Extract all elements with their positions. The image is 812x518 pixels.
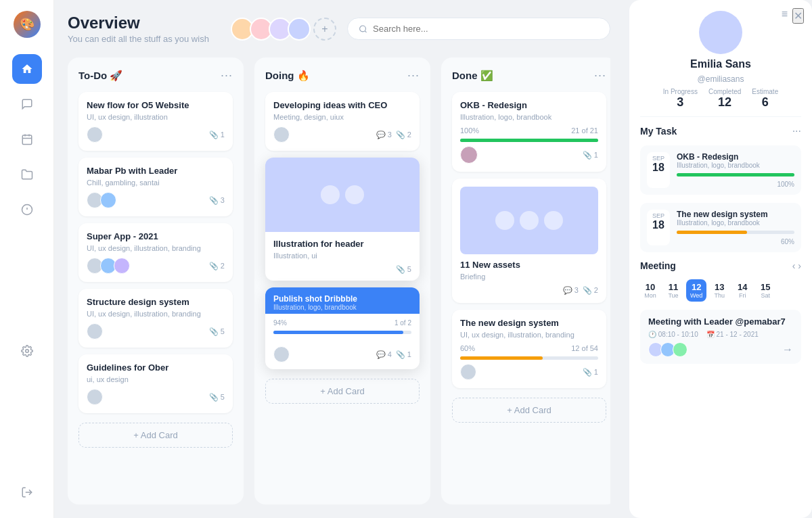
task-tags: Illustration, logo, brandbook xyxy=(677,162,794,169)
meeting-prev-button[interactable]: ‹ xyxy=(792,260,796,271)
svg-point-9 xyxy=(360,26,366,32)
profile-stats: In Progress 3 Completed 12 Estimate 6 xyxy=(640,88,801,117)
progress-bar-wrap xyxy=(273,331,411,334)
sidebar-item-home[interactable] xyxy=(12,54,42,84)
card-tags: UI, ux design, illustration, branding xyxy=(87,244,225,252)
calendar-day-11[interactable]: 11 Tue xyxy=(663,279,683,302)
card-footer: 📎 5 xyxy=(273,265,411,274)
my-task-menu[interactable]: ··· xyxy=(792,125,801,137)
card-footer: 📎 5 xyxy=(87,389,225,405)
progress-bar-fill xyxy=(460,139,598,142)
task-month: SEP xyxy=(651,212,666,219)
progress-bar-fill xyxy=(677,231,747,234)
calendar-day-15[interactable]: 15 Sat xyxy=(755,279,775,302)
card-super-app[interactable]: Super App - 2021 UI, ux design, illustra… xyxy=(78,223,233,282)
avatar xyxy=(273,126,290,143)
avatar xyxy=(460,146,478,164)
card-body: Illustration for header Illustration, ui… xyxy=(265,232,420,281)
panel-close-button[interactable]: ✕ xyxy=(792,8,804,24)
card-guidelines[interactable]: Guidelines for Ober ui, ux design 📎 5 xyxy=(78,354,233,413)
avatar xyxy=(673,342,687,357)
card-title: OKB - Redesign xyxy=(460,100,598,110)
comment-icon: 💬 4 xyxy=(376,350,392,359)
card-publish-dribbble[interactable]: Publish shot Dribbble Illustration, logo… xyxy=(265,287,420,369)
meeting-card[interactable]: Meeting with Leader @pemabar7 🕐 08:10 - … xyxy=(640,310,801,364)
avatar-group: + xyxy=(231,18,336,41)
card-mabar[interactable]: Mabar Pb with Leader Chill, gambling, sa… xyxy=(78,158,233,216)
panel-menu-button[interactable]: ≡ xyxy=(782,8,788,20)
card-title: Guidelines for Ober xyxy=(87,362,225,373)
card-structure[interactable]: Structure design system UI, ux design, i… xyxy=(78,289,233,348)
card-footer: 📎 1 xyxy=(460,364,598,380)
progress-label: 100% xyxy=(777,181,794,188)
add-card-button-doing[interactable]: + Add Card xyxy=(265,379,420,404)
right-panel: ✕ ≡ Emilia Sans @emiliasans In Progress … xyxy=(629,0,812,518)
add-card-button-done[interactable]: + Add Card xyxy=(452,398,606,423)
task-day: 18 xyxy=(651,219,666,231)
progress-bar-fill xyxy=(677,173,794,176)
sidebar-item-files[interactable] xyxy=(12,160,42,189)
avatar xyxy=(100,192,116,208)
card-okb-redesign[interactable]: OKB - Redesign Illustration, logo, brand… xyxy=(452,92,606,172)
calendar-day-10[interactable]: 10 Mon xyxy=(640,279,660,302)
card-footer: 📎 3 xyxy=(87,192,225,208)
sidebar-item-settings[interactable] xyxy=(12,336,42,366)
sidebar-item-messages[interactable] xyxy=(12,89,42,119)
task-info: The new design system Illustration, logo… xyxy=(677,210,794,245)
task-card-okb[interactable]: SEP 18 OKB - Redesign Illustration, logo… xyxy=(640,145,801,195)
card-tags: Briefing xyxy=(460,273,598,281)
card-title-bar: Publish shot Dribbble Illustration, logo… xyxy=(265,287,420,314)
task-title: OKB - Redesign xyxy=(677,152,794,162)
meeting-arrow-button[interactable]: → xyxy=(782,344,793,356)
sidebar-item-logout[interactable] xyxy=(12,477,42,507)
image-decoration xyxy=(321,185,340,204)
card-title: Publish shot Dribbble xyxy=(273,294,411,304)
sidebar-item-calendar[interactable] xyxy=(12,124,42,154)
task-card-design-system[interactable]: SEP 18 The new design system Illustratio… xyxy=(640,203,801,252)
search-icon xyxy=(359,24,367,34)
add-member-button[interactable]: + xyxy=(313,18,336,41)
avatar xyxy=(114,258,130,274)
card-title: The new design system xyxy=(460,318,598,328)
card-developing[interactable]: Developing ideas with CEO Meeting, desig… xyxy=(265,92,420,151)
card-tags: Meeting, design, uiux xyxy=(273,113,411,121)
profile-name: Emilia Sans xyxy=(690,58,751,70)
stat-label: Completed xyxy=(708,88,741,95)
meeting-event-title: Meeting with Leader @pemabar7 xyxy=(648,316,793,327)
search-input[interactable] xyxy=(373,24,599,34)
card-footer: 📎 5 xyxy=(87,323,225,339)
header: Overview You can edit all the stuff as y… xyxy=(68,14,610,44)
doing-column: Doing 🔥 ··· Developing ideas with CEO Me… xyxy=(254,57,430,504)
calendar-day-14[interactable]: 14 Fri xyxy=(732,279,752,302)
card-footer: 📎 2 xyxy=(87,258,225,274)
kanban-board: To-Do 🚀 ··· New flow for O5 Website UI, … xyxy=(68,57,610,504)
card-design-system[interactable]: The new design system UI, ux design, ill… xyxy=(452,310,606,388)
column-menu-todo[interactable]: ··· xyxy=(221,68,233,83)
attachment-icon: 📎 2 xyxy=(209,262,225,270)
progress-percent: 100% xyxy=(460,126,479,135)
clock-icon: 🕐 08:10 - 10:10 xyxy=(648,331,698,338)
page-subtitle: You can edit all the stuff as you wish xyxy=(68,34,209,44)
card-progress-section: 94% 1 of 2 xyxy=(265,314,420,344)
card-new-flow[interactable]: New flow for O5 Website UI, ux design, i… xyxy=(78,92,233,151)
task-month: SEP xyxy=(651,155,666,162)
card-footer: 📎 1 xyxy=(460,146,598,164)
stat-estimate: Estimate 6 xyxy=(752,88,778,110)
column-menu-doing[interactable]: ··· xyxy=(407,68,420,83)
calendar-day-13[interactable]: 13 Thu xyxy=(709,279,729,302)
meeting-next-button[interactable]: › xyxy=(798,260,801,271)
page-info: 1 of 2 xyxy=(394,319,411,327)
sidebar-item-feedback[interactable] xyxy=(12,195,42,225)
card-illustration-header[interactable]: Illustration for header Illustration, ui… xyxy=(265,158,420,281)
card-new-assets[interactable]: 11 New assets Briefing 💬 3 📎 2 xyxy=(452,179,606,303)
meeting-avatars xyxy=(648,342,687,357)
task-title: The new design system xyxy=(677,210,794,219)
column-menu-done[interactable]: ··· xyxy=(594,68,606,83)
done-column: Done ✅ ··· OKB - Redesign Illustration, … xyxy=(441,57,610,504)
add-card-button-todo[interactable]: + Add Card xyxy=(78,423,233,448)
card-tags: UI, ux design, illustration, branding xyxy=(87,310,225,318)
app-logo[interactable]: 🎨 xyxy=(14,11,41,38)
progress-row: 60% 12 of 54 xyxy=(460,344,598,352)
attachment-icon: 📎 1 xyxy=(583,151,598,160)
calendar-day-12[interactable]: 12 Wed xyxy=(686,279,706,302)
